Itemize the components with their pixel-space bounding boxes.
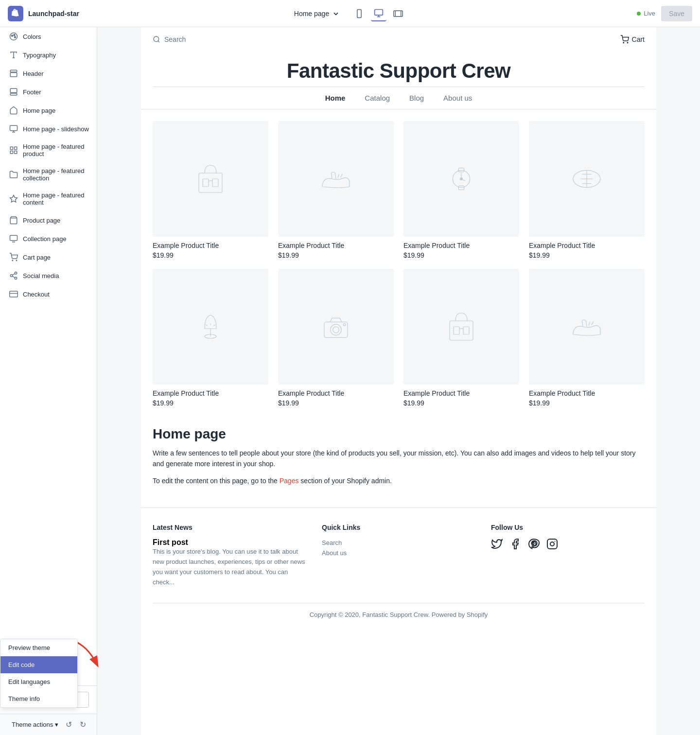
sidebar-item-featured-collection[interactable]: Home page - featured collection bbox=[0, 162, 97, 187]
svg-point-10 bbox=[14, 35, 15, 36]
context-menu-preview-theme[interactable]: Preview theme bbox=[0, 639, 77, 656]
product-image-4 bbox=[529, 121, 645, 237]
svg-rect-27 bbox=[10, 235, 18, 241]
footer-links-heading: Quick Links bbox=[322, 524, 475, 531]
svg-line-73 bbox=[592, 322, 594, 325]
footer-divider bbox=[153, 603, 645, 603]
sidebar-item-collection-page[interactable]: Collection page bbox=[0, 229, 97, 248]
wide-icon[interactable] bbox=[390, 6, 406, 21]
sidebar-item-featured-content[interactable]: Home page - featured content bbox=[0, 187, 97, 211]
top-bar-right: Live Save bbox=[595, 6, 692, 21]
product-card-2[interactable]: Example Product Title $19.99 bbox=[278, 121, 394, 259]
svg-rect-49 bbox=[458, 168, 464, 172]
svg-line-46 bbox=[338, 174, 339, 178]
live-dot bbox=[637, 12, 641, 16]
shopify-logo bbox=[8, 6, 23, 21]
svg-rect-43 bbox=[203, 179, 209, 187]
footer-news-heading: Latest News bbox=[153, 524, 306, 531]
sidebar-item-slideshow[interactable]: Home page - slideshow bbox=[0, 120, 97, 138]
top-bar-center: Home page bbox=[105, 6, 595, 21]
sidebar-item-footer[interactable]: Footer bbox=[0, 83, 97, 101]
products-grid: Example Product Title $19.99 Example Pro… bbox=[141, 109, 656, 419]
facebook-icon[interactable] bbox=[509, 538, 521, 550]
footer-link-about[interactable]: About us bbox=[322, 548, 475, 559]
svg-rect-23 bbox=[10, 151, 13, 154]
svg-point-29 bbox=[12, 260, 13, 261]
sidebar-item-label-product-page: Product page bbox=[23, 217, 60, 224]
preview-frame: Search Cart Fantastic Support Crew Home … bbox=[141, 27, 656, 735]
product-image-3 bbox=[403, 121, 519, 237]
pinterest-icon[interactable] bbox=[528, 538, 540, 550]
undo-button[interactable]: ↺ bbox=[63, 718, 75, 731]
cart-label: Cart bbox=[632, 35, 645, 43]
sidebar-item-featured-product[interactable]: Home page - featured product bbox=[0, 138, 97, 162]
save-button[interactable]: Save bbox=[661, 6, 692, 21]
svg-rect-74 bbox=[547, 539, 557, 549]
mobile-icon[interactable] bbox=[351, 6, 367, 21]
svg-rect-21 bbox=[10, 147, 13, 149]
home-icon bbox=[9, 106, 18, 115]
product-image-7 bbox=[403, 269, 519, 385]
svg-point-75 bbox=[550, 542, 554, 546]
sidebar-item-social-media[interactable]: Social media bbox=[0, 266, 97, 285]
product-card-5[interactable]: Example Product Title $19.99 bbox=[153, 269, 268, 407]
sidebar-item-checkout[interactable]: Checkout bbox=[0, 285, 97, 303]
product-title-4: Example Product Title bbox=[529, 242, 645, 249]
product-price-1: $19.99 bbox=[153, 251, 268, 259]
svg-rect-68 bbox=[450, 321, 473, 340]
desktop-icon[interactable] bbox=[371, 6, 386, 21]
svg-point-65 bbox=[331, 324, 341, 335]
store-search[interactable]: Search bbox=[153, 35, 186, 43]
product-card-1[interactable]: Example Product Title $19.99 bbox=[153, 121, 268, 259]
nav-item-blog[interactable]: Blog bbox=[409, 94, 424, 102]
footer-post-body: This is your store's blog. You can use i… bbox=[153, 547, 306, 587]
product-card-7[interactable]: Example Product Title $19.99 bbox=[403, 269, 519, 407]
page-selector[interactable]: Home page bbox=[294, 10, 340, 18]
product-card-3[interactable]: Example Product Title $19.99 bbox=[403, 121, 519, 259]
home-section-title: Home page bbox=[153, 426, 645, 442]
nav-item-about[interactable]: About us bbox=[443, 94, 472, 102]
sidebar-item-cart-page[interactable]: Cart page bbox=[0, 248, 97, 266]
svg-rect-24 bbox=[15, 151, 17, 154]
theme-actions-chevron: ▾ bbox=[55, 721, 58, 728]
store-cart[interactable]: Cart bbox=[620, 35, 645, 44]
redo-button[interactable]: ↻ bbox=[77, 718, 89, 731]
main-layout: Colors Typography Header bbox=[0, 27, 700, 735]
svg-rect-14 bbox=[10, 70, 17, 72]
pages-link[interactable]: Pages bbox=[280, 477, 299, 485]
footer-link-search[interactable]: Search bbox=[322, 538, 475, 548]
product-card-6[interactable]: Example Product Title $19.99 bbox=[278, 269, 394, 407]
product-title-5: Example Product Title bbox=[153, 389, 268, 397]
context-menu-theme-info[interactable]: Theme info bbox=[0, 690, 77, 707]
sidebar-item-label-featured-content: Home page - featured content bbox=[23, 192, 89, 206]
product-card-8[interactable]: Example Product Title $19.99 bbox=[529, 269, 645, 407]
svg-rect-44 bbox=[212, 179, 218, 187]
sidebar-item-colors[interactable]: Colors bbox=[0, 27, 97, 46]
nav-item-catalog[interactable]: Catalog bbox=[365, 94, 390, 102]
store-name: Launchpad-star bbox=[28, 10, 79, 18]
context-menu-edit-languages[interactable]: Edit languages bbox=[0, 673, 77, 690]
sidebar-item-header[interactable]: Header bbox=[0, 64, 97, 83]
social-media-icon bbox=[9, 271, 18, 280]
instagram-icon[interactable] bbox=[546, 538, 558, 550]
top-bar-left: Launchpad-star bbox=[8, 6, 105, 21]
product-title-7: Example Product Title bbox=[403, 389, 519, 397]
sidebar-item-label-social-media: Social media bbox=[23, 272, 59, 280]
svg-point-9 bbox=[12, 35, 13, 36]
twitter-icon[interactable] bbox=[491, 538, 503, 550]
product-image-8 bbox=[529, 269, 645, 385]
context-menu: Preview theme Edit code Edit languages T… bbox=[0, 639, 78, 708]
preview-area: Search Cart Fantastic Support Crew Home … bbox=[97, 27, 700, 735]
nav-item-home[interactable]: Home bbox=[325, 94, 346, 102]
theme-actions-button[interactable]: Theme actions ▾ bbox=[8, 718, 62, 731]
footer-icon bbox=[9, 88, 18, 96]
context-menu-edit-code[interactable]: Edit code bbox=[0, 656, 77, 673]
store-nav: Home Catalog Blog About us bbox=[141, 87, 656, 109]
sidebar-item-home-page[interactable]: Home page bbox=[0, 101, 97, 120]
product-card-4[interactable]: Example Product Title $19.99 bbox=[529, 121, 645, 259]
svg-point-11 bbox=[15, 36, 16, 38]
sidebar-item-typography[interactable]: Typography bbox=[0, 46, 97, 64]
sidebar-item-product-page[interactable]: Product page bbox=[0, 211, 97, 229]
live-badge: Live bbox=[637, 10, 655, 17]
cart-page-icon bbox=[9, 253, 18, 262]
